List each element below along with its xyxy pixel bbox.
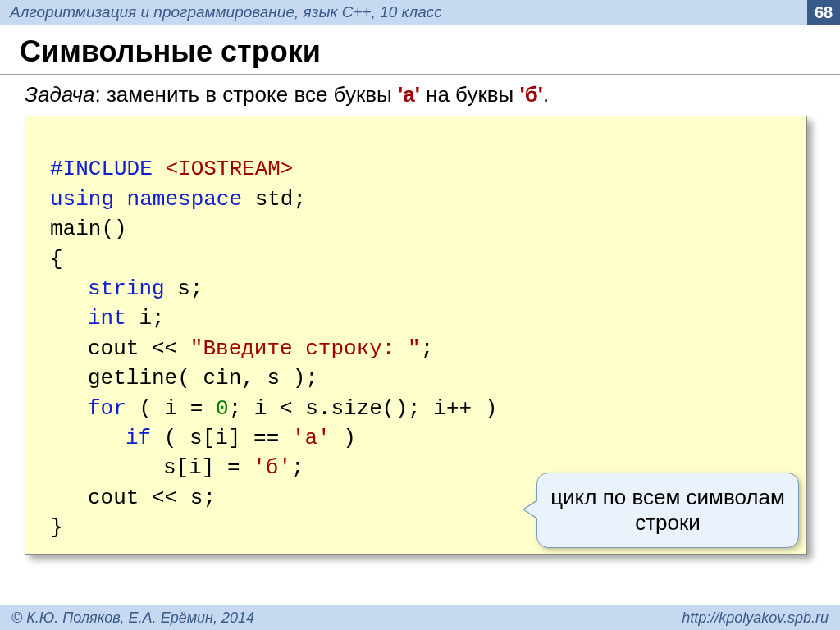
slide-footer: © К.Ю. Поляков, Е.А. Ерёмин, 2014 http:/…: [0, 605, 840, 630]
header-subtitle: Алгоритмизация и программирование, язык …: [10, 3, 442, 21]
code-cout1-end: ;: [421, 336, 434, 361]
code-assign-lit: 'б': [253, 455, 291, 480]
task-label: Задача: [25, 82, 94, 107]
footer-left: © К.Ю. Поляков, Е.А. Ерёмин, 2014: [11, 609, 254, 627]
task-end: .: [543, 82, 549, 107]
page-number: 68: [807, 0, 840, 25]
code-if-kw: if: [126, 426, 151, 450]
code-if-post: ): [331, 426, 356, 450]
code-std: std;: [255, 187, 306, 212]
code-cout1: cout <<: [88, 336, 190, 361]
code-getline: getline( cin, s );: [88, 366, 318, 390]
code-using: using namespace: [50, 187, 255, 212]
callout-box: цикл по всем символам строки: [536, 472, 799, 548]
code-if-pre: ( s[i] ==: [151, 426, 292, 450]
code-assign-pre: s[i] =: [163, 455, 253, 480]
callout-text: цикл по всем символам строки: [550, 485, 785, 535]
code-close-brace: }: [50, 515, 63, 540]
slide-header: Алгоритмизация и программирование, язык …: [0, 0, 840, 25]
code-if-lit: 'а': [292, 426, 331, 450]
task-mid: на буквы: [420, 82, 520, 107]
code-for-kw: for: [88, 396, 126, 421]
code-main: main(): [50, 217, 127, 241]
code-int-var: i;: [126, 306, 165, 331]
code-str-lit: "Введите строку: ": [190, 336, 421, 361]
code-open-brace: {: [50, 247, 63, 272]
code-cout2: cout << s;: [88, 486, 216, 510]
code-for-zero: 0: [216, 396, 229, 421]
task-text: : заменить в строке все буквы: [94, 82, 398, 107]
code-assign-post: ;: [291, 455, 304, 480]
task-line: Задача: заменить в строке все буквы 'а' …: [25, 82, 840, 107]
code-for-rest: ; i < s.size(); i++ ): [229, 396, 498, 421]
code-string-kw: string: [88, 276, 165, 301]
code-for-pre: ( i =: [126, 396, 216, 421]
code-int-kw: int: [88, 306, 126, 331]
task-literal-b: 'б': [520, 82, 543, 107]
code-include: #INCLUDE: [50, 157, 165, 181]
code-include-header: <IOSTREAM>: [165, 157, 293, 181]
task-literal-a: 'а': [398, 82, 420, 107]
code-string-var: s;: [165, 276, 203, 301]
divider: [0, 74, 840, 75]
page-title: Символьные строки: [20, 34, 840, 69]
footer-right: http://kpolyakov.spb.ru: [682, 609, 829, 627]
